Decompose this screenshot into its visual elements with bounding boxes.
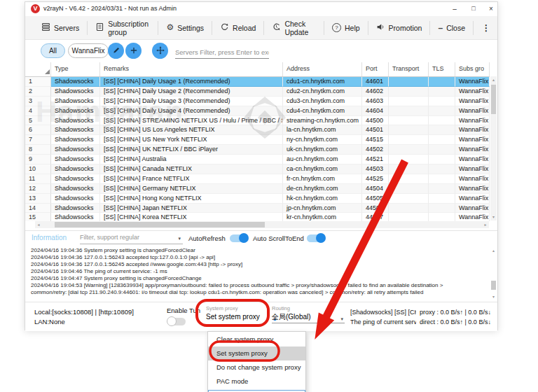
table-row[interactable]: 11Shadowsocks[SS] [CHINA] France NETFLIX… bbox=[25, 174, 490, 184]
subscription-group-button[interactable]: Subscription group bbox=[88, 16, 158, 39]
column-header-port[interactable]: Port bbox=[362, 62, 389, 76]
cell-port: 44521 bbox=[362, 155, 389, 164]
app-logo-icon: V bbox=[31, 4, 40, 13]
status-bar: Local:[socks:10808] | [http:10809] LAN:N… bbox=[25, 302, 497, 331]
scroll-left-icon[interactable]: ◂ bbox=[35, 221, 42, 228]
cell-n: 5 bbox=[25, 116, 51, 126]
cell-n: 11 bbox=[25, 174, 51, 184]
routing-combobox[interactable]: Routing 全局(Global) ▾ bbox=[272, 305, 345, 323]
screen: V v2rayN - V6.42 - 2024/03/31 - Not run … bbox=[0, 0, 538, 392]
table-row[interactable]: 8Shadowsocks[SS] [CHINA] UK NETFLIX / BB… bbox=[25, 145, 490, 155]
scroll-down-icon[interactable]: ▾ bbox=[490, 293, 497, 300]
cell-subs: WannaFlix bbox=[455, 145, 490, 155]
cell-transport bbox=[389, 145, 429, 155]
tab-wannaflix[interactable]: WannaFlix bbox=[68, 43, 109, 58]
table-row[interactable]: 13Shadowsocks[SS] [CHINA] Hong Kong NETF… bbox=[25, 194, 490, 204]
column-header-remarks[interactable]: Remarks bbox=[100, 62, 283, 76]
autoscroll-toggle[interactable] bbox=[307, 234, 325, 242]
log-line: 2024/04/16 19:04:53 [Warning] [128363993… bbox=[25, 282, 497, 289]
reload-button[interactable]: Reload bbox=[212, 16, 263, 39]
log-output: 2024/04/16 19:04:36 System proxy setting… bbox=[25, 244, 497, 302]
cell-tls bbox=[429, 135, 455, 145]
menu-item-set-system-proxy[interactable]: Set system proxy bbox=[208, 346, 305, 360]
traffic-speed-info: proxy : 0.0 B/s↑ | 0.0 B/s↓ direct : 0.0… bbox=[420, 307, 491, 327]
cell-n: 1 bbox=[25, 77, 51, 87]
servers-filter-input[interactable] bbox=[175, 46, 269, 59]
table-row[interactable]: 4Shadowsocks[SS] [CHINA] Daily Usage 4 (… bbox=[25, 106, 490, 116]
scroll-up-icon[interactable]: ▴ bbox=[490, 76, 497, 83]
minimize-button[interactable]: – bbox=[448, 4, 461, 15]
settings-button[interactable]: ⚙ Settings bbox=[158, 16, 212, 39]
table-row[interactable]: 12Shadowsocks[SS] [CHINA] Germany NETFLI… bbox=[25, 184, 490, 194]
move-server-button[interactable] bbox=[152, 43, 168, 59]
servers-button[interactable]: Servers bbox=[34, 16, 87, 39]
close-window-button[interactable]: × bbox=[485, 4, 497, 15]
cell-type: Shadowsocks bbox=[51, 174, 100, 184]
table-row[interactable]: 5Shadowsocks[SS] [CHINA] STREAMING NETFL… bbox=[25, 116, 490, 126]
add-subscription-button[interactable] bbox=[125, 43, 142, 59]
cell-type: Shadowsocks bbox=[51, 164, 100, 174]
tab-information[interactable]: Information bbox=[32, 234, 67, 241]
tab-all[interactable]: All bbox=[41, 43, 65, 58]
promotion-button[interactable]: Promotion bbox=[368, 16, 430, 39]
cell-address: fr-cn.hnytkm.com bbox=[283, 174, 362, 184]
cell-port: 44602 bbox=[362, 87, 389, 97]
table-row[interactable]: 15Shadowsocks[SS] [CHINA] Korea NETFLIXk… bbox=[25, 213, 490, 221]
table-horizontal-scrollbar[interactable]: ◂ ▸ bbox=[35, 221, 489, 228]
help-button[interactable]: ? Help bbox=[324, 16, 368, 39]
cell-tls bbox=[429, 106, 455, 116]
table-row[interactable]: 10Shadowsocks[SS] [CHINA] Canada NETFLIX… bbox=[25, 164, 490, 174]
cell-port: 44507 bbox=[362, 213, 389, 221]
table-row[interactable]: 14Shadowsocks[SS] [CHINA] Japan NETFLIXj… bbox=[25, 204, 490, 214]
table-row[interactable]: 6Shadowsocks[SS] [CHINA] US Los Angeles … bbox=[25, 125, 490, 135]
cell-tls bbox=[429, 77, 455, 87]
close-app-button[interactable]: – Close bbox=[430, 16, 473, 39]
log-scrollbar[interactable]: ▴ ▾ bbox=[490, 247, 497, 300]
table-row[interactable]: 7Shadowsocks[SS] [CHINA] US New York NET… bbox=[25, 135, 490, 145]
column-header-subs-gro[interactable]: Subs gro bbox=[455, 62, 490, 76]
scrollbar-thumb[interactable] bbox=[55, 222, 265, 227]
autorefresh-toggle[interactable] bbox=[230, 234, 248, 242]
cell-address: de-cn.hnytkm.com bbox=[283, 184, 362, 194]
cell-transport bbox=[389, 213, 429, 221]
maximize-button[interactable]: □ bbox=[467, 4, 480, 15]
more-menu-button[interactable]: ⋮ bbox=[475, 23, 497, 33]
table-row[interactable]: 3Shadowsocks[SS] [CHINA] Daily Usage 3 (… bbox=[25, 97, 490, 106]
cell-subs: WannaFlix bbox=[455, 174, 490, 184]
cell-address: hk-cn.hnytkm.com bbox=[283, 194, 362, 204]
menu-item-do-not-change-system-proxy[interactable]: Do not change system proxy bbox=[208, 360, 305, 374]
enable-tun-toggle[interactable] bbox=[167, 318, 186, 326]
cell-tls bbox=[429, 116, 455, 126]
edit-subscription-button[interactable] bbox=[108, 43, 124, 59]
cell-subs: WannaFlix bbox=[455, 97, 490, 106]
scroll-down-icon[interactable]: ▾ bbox=[490, 214, 497, 220]
cell-n: 9 bbox=[25, 155, 51, 164]
scrollbar-thumb[interactable] bbox=[491, 281, 496, 290]
log-filter-combobox[interactable]: Filter, support regular ▾ bbox=[80, 232, 183, 244]
column-header-address[interactable]: Address bbox=[283, 62, 362, 76]
column-header-transport[interactable]: Transport bbox=[389, 62, 429, 76]
proxy-speed-text: proxy : 0.0 B/s↑ | 0.0 B/s↓ bbox=[420, 307, 491, 317]
column-header-tls[interactable]: TLS bbox=[429, 62, 455, 76]
table-row[interactable]: 1Shadowsocks[SS] [CHINA] Daily Usage 1 (… bbox=[25, 77, 490, 87]
scrollbar-thumb[interactable] bbox=[491, 85, 496, 114]
scroll-up-icon[interactable]: ▴ bbox=[490, 247, 497, 254]
cell-port: 44500 bbox=[362, 116, 389, 126]
scroll-right-icon[interactable]: ▸ bbox=[482, 221, 489, 228]
cell-port: 44506 bbox=[362, 204, 389, 214]
cell-port: 44603 bbox=[362, 97, 389, 106]
cell-subs: WannaFlix bbox=[455, 77, 490, 87]
check-update-button[interactable]: Check Update bbox=[264, 16, 324, 39]
table-row[interactable]: 9Shadowsocks[SS] [CHINA] Australiaau-cn.… bbox=[25, 155, 490, 164]
column-header-type[interactable]: Type bbox=[51, 62, 100, 76]
chevron-down-icon: ▾ bbox=[340, 314, 343, 324]
promotion-speaker-icon bbox=[376, 22, 385, 33]
table-row[interactable]: 2Shadowsocks[SS] [CHINA] Daily Usage 2 (… bbox=[25, 87, 490, 97]
cell-address: ca-cn.hnytkm.com bbox=[283, 164, 362, 174]
menu-item-pac-mode[interactable]: PAC mode bbox=[208, 374, 305, 388]
system-proxy-combobox[interactable]: System proxy Set system proxy ▴ bbox=[206, 305, 270, 322]
cell-remarks: [SS] [CHINA] STREAMING NETFLIX US / Hulu… bbox=[100, 116, 283, 126]
table-vertical-scrollbar[interactable]: ▴ ▾ bbox=[490, 76, 497, 220]
menu-item-clear-system-proxy[interactable]: Clear system proxy bbox=[208, 332, 305, 346]
column-header-rownum[interactable] bbox=[25, 62, 51, 76]
